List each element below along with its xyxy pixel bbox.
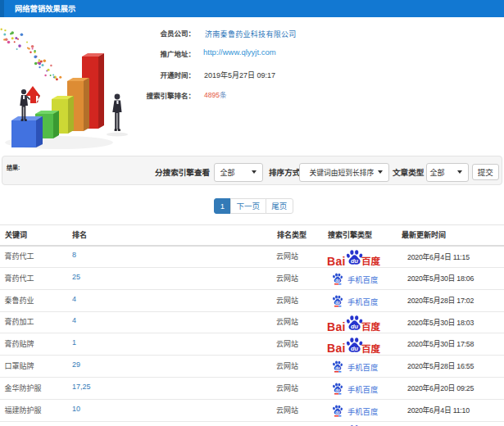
svg-text:du: du (351, 257, 359, 265)
svg-text:du: du (335, 301, 340, 305)
svg-text:du: du (335, 410, 340, 415)
svg-text:du: du (335, 388, 340, 392)
svg-text:du: du (335, 279, 340, 283)
svg-text:du: du (351, 344, 359, 351)
svg-text:du: du (351, 323, 359, 330)
svg-text:du: du (335, 366, 340, 370)
